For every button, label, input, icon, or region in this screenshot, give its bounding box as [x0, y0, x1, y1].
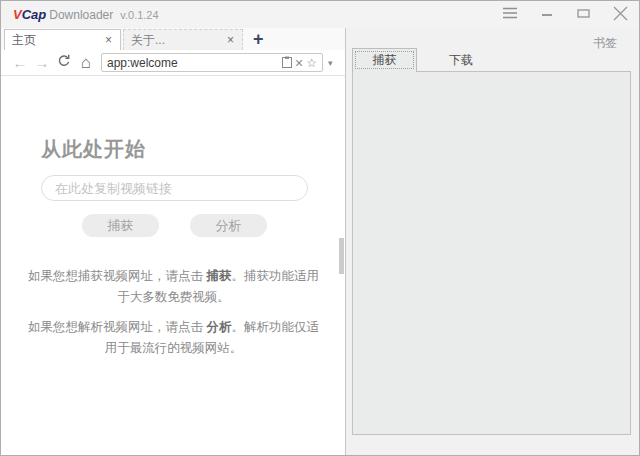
browser-tab-strip: 主页 × 关于... × + [1, 28, 345, 50]
capture-button[interactable]: 捕获 [82, 214, 159, 237]
app-version: v.0.1.24 [120, 9, 158, 21]
address-bar[interactable]: × ☆ [101, 53, 323, 72]
panel-tab-download[interactable]: 下载 [417, 48, 505, 72]
capture-help-paragraph: 如果您想捕获视频网址，请点击 捕获。捕获功能适用于大多数免费视频。 [23, 266, 324, 308]
logo-name: Downloader [49, 8, 113, 22]
home-icon[interactable]: ⌂ [75, 55, 97, 71]
close-icon [612, 5, 629, 25]
window-controls [491, 1, 639, 28]
logo-v: V [13, 7, 22, 22]
star-icon[interactable]: ☆ [306, 57, 317, 69]
action-buttons: 捕获 分析 [41, 214, 308, 237]
forward-icon[interactable]: → [31, 55, 53, 71]
help-text: 如果您想捕获视频网址，请点击 捕获。捕获功能适用于大多数免费视频。 如果您想解析… [23, 266, 324, 368]
analyze-button[interactable]: 分析 [190, 214, 267, 237]
paste-icon[interactable] [282, 56, 292, 70]
analyze-help-paragraph: 如果您想解析视频网址，请点击 分析。解析功能仅适用于最流行的视频网站。 [23, 317, 324, 359]
hamburger-icon [502, 6, 518, 23]
tab-home[interactable]: 主页 × [4, 29, 121, 50]
navigation-bar: ← → ⌂ × ☆ ▾ [1, 50, 345, 76]
maximize-button[interactable] [565, 1, 602, 28]
welcome-page: 从此处开始 捕获 分析 如果您想捕获视频网址，请点击 捕获。捕获功能适用于大多数… [1, 76, 345, 455]
tab-about-label: 关于... [131, 32, 226, 49]
minimize-icon [541, 7, 553, 22]
url-input[interactable] [107, 56, 279, 70]
maximize-icon [577, 7, 590, 22]
clear-url-icon[interactable]: × [295, 57, 303, 69]
title-bar: V Cap Downloader v.0.1.24 [1, 1, 639, 28]
tab-close-icon[interactable]: × [226, 34, 235, 46]
bookmarks-link[interactable]: 书签 [593, 35, 617, 52]
back-icon[interactable]: ← [9, 55, 31, 71]
page-title: 从此处开始 [41, 136, 146, 163]
capture-list-area [352, 71, 631, 435]
tab-home-label: 主页 [12, 32, 104, 49]
close-button[interactable] [602, 1, 639, 28]
tab-about[interactable]: 关于... × [123, 29, 243, 50]
tab-close-icon[interactable]: × [104, 34, 113, 46]
refresh-icon[interactable] [53, 54, 75, 71]
video-link-input[interactable] [41, 175, 308, 201]
app-window: V Cap Downloader v.0.1.24 主页 [0, 0, 640, 456]
app-logo: V Cap Downloader v.0.1.24 [13, 7, 159, 22]
logo-cap: Cap [22, 7, 47, 22]
url-dropdown-icon[interactable]: ▾ [328, 58, 333, 68]
panel-tab-capture[interactable]: 捕获 [352, 48, 417, 72]
minimize-button[interactable] [528, 1, 565, 28]
menu-button[interactable] [491, 1, 528, 28]
capture-pane: 书签 捕获 下载 [346, 28, 639, 455]
new-tab-button[interactable]: + [253, 30, 264, 48]
browser-pane: 主页 × 关于... × + ← → ⌂ × ☆ [1, 28, 346, 455]
window-body: 主页 × 关于... × + ← → ⌂ × ☆ [1, 28, 639, 455]
scrollbar-thumb[interactable] [339, 238, 344, 274]
